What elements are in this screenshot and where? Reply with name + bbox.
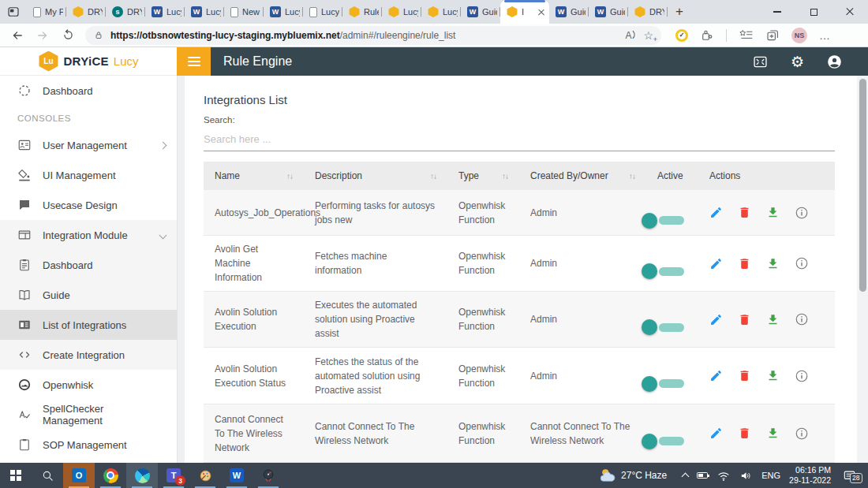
info-icon[interactable]: [795, 427, 809, 441]
download-icon[interactable]: [766, 369, 780, 382]
forward-icon: [36, 28, 50, 43]
browser-tab[interactable]: My P: [27, 0, 66, 24]
browser-tab[interactable]: WGuid: [461, 0, 500, 24]
sort-icon[interactable]: ↑↓: [430, 172, 436, 181]
start-button[interactable]: [0, 463, 32, 488]
search-label: Search:: [204, 115, 835, 125]
browser-tab[interactable]: sDRYi: [106, 0, 145, 24]
back-button[interactable]: [6, 25, 28, 46]
sidebar-toggle-button[interactable]: [177, 47, 211, 76]
norton-safeweb-icon[interactable]: ✓: [675, 29, 688, 42]
sidebar-item-guide[interactable]: Guide: [0, 280, 177, 310]
sort-icon[interactable]: ↑↓: [629, 172, 635, 181]
battery-icon[interactable]: [697, 472, 708, 479]
new-tab-button[interactable]: +: [668, 0, 691, 24]
taskbar-paint-button[interactable]: [189, 463, 221, 488]
tab-close-icon[interactable]: [537, 7, 546, 17]
browser-tab[interactable]: Lucy:: [382, 0, 421, 24]
taskbar-screenshot-tool-button[interactable]: [253, 463, 284, 488]
url-text[interactable]: https://otbsnowtesting-lucy-staging.mybl…: [110, 30, 619, 41]
edit-icon[interactable]: [709, 369, 723, 382]
browser-tab[interactable]: New: [224, 0, 264, 24]
browser-tab-active[interactable]: I: [500, 0, 549, 24]
browser-tab[interactable]: Lucy: [303, 0, 342, 24]
delete-icon[interactable]: [738, 427, 751, 440]
cell-description: Executes the automated solution using Pr…: [304, 292, 447, 347]
info-icon[interactable]: [795, 312, 809, 326]
delete-icon[interactable]: [738, 257, 751, 270]
favorites-bar-icon[interactable]: [739, 28, 754, 42]
taskbar-word-button[interactable]: W: [221, 463, 253, 488]
taskbar-search-button[interactable]: [32, 463, 63, 488]
delete-icon[interactable]: [738, 206, 751, 219]
close-button[interactable]: [832, 0, 868, 24]
info-icon[interactable]: [795, 256, 809, 270]
profile-avatar[interactable]: NS: [791, 28, 807, 43]
edit-icon[interactable]: [709, 427, 723, 440]
sort-icon[interactable]: ↑↓: [502, 172, 508, 181]
taskbar-outlook-button[interactable]: O: [63, 463, 95, 488]
download-icon[interactable]: [766, 427, 780, 440]
sidebar-item-list-of-integrations[interactable]: List of Integrations: [0, 310, 177, 340]
address-bar[interactable]: https://otbsnowtesting-lucy-staging.mybl…: [85, 26, 661, 45]
sidebar-item-openwhisk[interactable]: Openwhisk: [0, 370, 177, 400]
fullscreen-button[interactable]: [752, 54, 769, 70]
action-center-button[interactable]: 28: [837, 469, 865, 482]
page-scrollbar-track[interactable]: [857, 76, 868, 463]
taskbar-chrome-button[interactable]: [95, 463, 126, 488]
browser-tab[interactable]: Lucy: [421, 0, 461, 24]
download-icon[interactable]: [766, 257, 780, 270]
sidebar-item-spellchecker-management[interactable]: SpellChecker Management: [0, 400, 177, 430]
edit-icon[interactable]: [709, 206, 723, 219]
sort-icon[interactable]: ↑↓: [286, 172, 293, 181]
sidebar-item-user-management[interactable]: User Management: [0, 130, 177, 160]
sidebar-item-integration-dashboard[interactable]: Dashboard: [0, 250, 177, 280]
browser-tab[interactable]: DRYi: [66, 0, 106, 24]
page-scrollbar-thumb[interactable]: [859, 79, 866, 292]
browser-tab[interactable]: DRYi: [628, 0, 668, 24]
browser-tab[interactable]: WLucy: [264, 0, 303, 24]
delete-icon[interactable]: [738, 369, 751, 382]
browser-tab[interactable]: WLucy_: [185, 0, 224, 24]
search-input[interactable]: [204, 128, 835, 151]
read-aloud-button[interactable]: A: [625, 30, 637, 41]
tab-actions-menu-button[interactable]: [0, 0, 27, 24]
language-indicator[interactable]: ENG: [761, 471, 780, 480]
tray-expand-icon[interactable]: [682, 473, 690, 481]
download-icon[interactable]: [766, 313, 780, 326]
download-icon[interactable]: [766, 206, 780, 219]
taskbar-weather[interactable]: 27°C Haze: [589, 468, 676, 483]
info-icon[interactable]: [795, 369, 809, 383]
taskbar-edge-button[interactable]: [126, 463, 158, 488]
collections-icon[interactable]: [765, 28, 780, 43]
sidebar-item-dashboard[interactable]: Dashboard: [0, 76, 177, 106]
maximize-button[interactable]: [795, 0, 832, 24]
info-icon[interactable]: [795, 206, 809, 220]
browser-tab[interactable]: WGuid: [549, 0, 589, 24]
edit-icon[interactable]: [709, 313, 723, 326]
sidebar-item-usecase-design[interactable]: Usecase Design: [0, 190, 177, 220]
page-title: Integrations List: [204, 93, 835, 106]
minimize-button[interactable]: [759, 0, 795, 24]
sidebar-item-integration-module[interactable]: Integration Module: [0, 220, 177, 250]
browser-tab[interactable]: Rule: [342, 0, 382, 24]
browser-tab[interactable]: WGuid: [589, 0, 628, 24]
favorite-star-button[interactable]: ☆+: [643, 30, 653, 41]
taskbar-teams-button[interactable]: T3: [158, 463, 189, 488]
delete-icon[interactable]: [738, 313, 751, 326]
app-logo[interactable]: Lu DRYiCE Lucy: [0, 47, 177, 76]
sidebar-item-sop-management[interactable]: SOP Management: [0, 430, 177, 460]
browser-tab[interactable]: WLucy_: [145, 0, 185, 24]
browser-menu-button[interactable]: …: [819, 29, 831, 42]
wifi-icon[interactable]: [716, 470, 731, 482]
forward-button[interactable]: [32, 25, 54, 46]
volume-icon[interactable]: [739, 470, 753, 482]
settings-gear-icon[interactable]: ⚙: [791, 54, 804, 69]
user-account-button[interactable]: [826, 54, 843, 70]
edit-icon[interactable]: [709, 257, 723, 270]
extensions-icon[interactable]: [700, 28, 714, 43]
sidebar-item-ui-management[interactable]: UI Management: [0, 160, 177, 190]
refresh-button[interactable]: [57, 25, 79, 46]
taskbar-clock[interactable]: 06:16 PM29-11-2022: [789, 465, 831, 486]
sidebar-item-create-integration[interactable]: Create Integration: [0, 340, 177, 370]
